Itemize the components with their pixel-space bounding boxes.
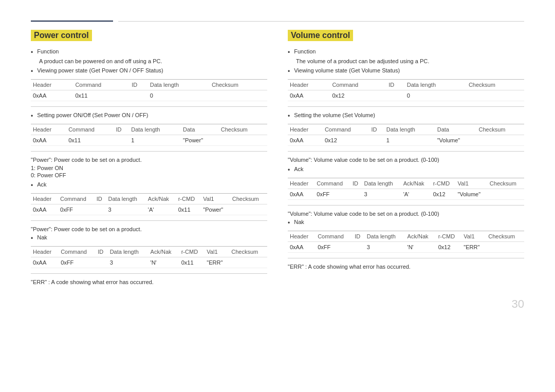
vol-td-header4: 0xAA bbox=[288, 242, 316, 253]
td-id3 bbox=[95, 204, 106, 215]
vol-th-command: Command bbox=[330, 80, 386, 90]
td-checksum2 bbox=[219, 135, 267, 146]
th-checksum4: Checksum bbox=[229, 247, 267, 257]
vol-td-rcmd3: 0x12 bbox=[431, 189, 456, 200]
td-header: 0xAA bbox=[31, 90, 73, 101]
vol-th-id2: ID bbox=[369, 124, 384, 135]
bullet-icon: • bbox=[31, 49, 33, 56]
power-set-table-container: Header Command ID Data length Data Check… bbox=[31, 124, 267, 146]
td-ack-nak3: 'A' bbox=[146, 204, 176, 215]
vol-table-header-row4: Header Command ID Data length Ack/Nak r-… bbox=[288, 231, 524, 242]
th-val14: Val1 bbox=[205, 247, 229, 257]
divider4 bbox=[31, 273, 267, 274]
table-row: 0xAA 0x11 0 bbox=[31, 90, 267, 101]
vol-bullet-icon3: • bbox=[288, 113, 290, 120]
th-command4: Command bbox=[59, 247, 96, 257]
vol-bullet-icon2: • bbox=[288, 68, 290, 75]
td-command: 0x11 bbox=[73, 90, 130, 101]
vol-td-data-length2: 1 bbox=[384, 135, 435, 146]
vol-divider2 bbox=[288, 151, 524, 152]
vol-td-data2: "Volume" bbox=[435, 135, 477, 146]
vol-td-command2: 0x12 bbox=[323, 135, 369, 146]
th-data2: Data bbox=[181, 124, 219, 135]
th-data-length3: Data length bbox=[106, 194, 146, 204]
vol-th-checksum3: Checksum bbox=[488, 178, 524, 189]
power-nak-table: Header Command ID Data length Ack/Nak r-… bbox=[31, 247, 267, 268]
td-checksum3 bbox=[230, 204, 267, 215]
volume-view-table-container: Header Command ID Data length Checksum 0… bbox=[288, 79, 524, 101]
vol-td-checksum4 bbox=[486, 242, 524, 253]
th-data-length4: Data length bbox=[108, 247, 149, 257]
th-ack-nak4: Ack/Nak bbox=[149, 247, 179, 257]
vol-td-checksum3 bbox=[488, 189, 524, 200]
table-row3: 0xAA 0xFF 3 'A' 0x11 "Power" bbox=[31, 204, 267, 215]
power-err-note: "ERR" : A code showing what error has oc… bbox=[31, 279, 267, 285]
volume-view-table: Header Command ID Data length Checksum 0… bbox=[288, 80, 524, 101]
vol-th-id4: ID bbox=[353, 231, 364, 242]
vol-td-command4: 0xFF bbox=[316, 242, 353, 253]
vol-th-val14: Val1 bbox=[461, 231, 486, 242]
td-ack-nak4: 'N' bbox=[149, 257, 179, 268]
bullet-icon5: • bbox=[31, 235, 33, 242]
vol-td-rcmd4: 0x12 bbox=[436, 242, 462, 253]
vol-th-ack-nak3: Ack/Nak bbox=[401, 178, 431, 189]
vol-td-id4 bbox=[353, 242, 364, 253]
table-row2: 0xAA 0x11 1 "Power" bbox=[31, 135, 267, 146]
header-rule-line bbox=[118, 21, 524, 22]
vol-td-id3 bbox=[350, 189, 362, 200]
vol-function-label: Function bbox=[294, 48, 316, 54]
vol-table-row4: 0xAA 0xFF 3 'N' 0x12 "ERR" bbox=[288, 242, 524, 253]
vol-th-checksum2: Checksum bbox=[477, 124, 524, 135]
vol-bullet-icon5: • bbox=[288, 219, 290, 227]
td-data-length: 0 bbox=[148, 90, 210, 101]
nak-label: Nak bbox=[37, 234, 47, 240]
td-header2: 0xAA bbox=[31, 135, 66, 146]
vol-th-data-length2: Data length bbox=[384, 124, 435, 135]
vol-table-row: 0xAA 0x12 0 bbox=[288, 90, 524, 101]
th-header2: Header bbox=[31, 124, 66, 135]
vol-th-checksum4: Checksum bbox=[486, 231, 524, 242]
viewing-bullet: • Viewing power state (Get Power ON / OF… bbox=[31, 67, 267, 75]
vol-divider3 bbox=[288, 205, 524, 206]
vol-th-rcmd4: r-CMD bbox=[436, 231, 462, 242]
vol-table-row3: 0xAA 0xFF 3 'A' 0x12 "Volume" bbox=[288, 189, 524, 200]
th-command3: Command bbox=[58, 194, 95, 204]
power-control-section: Power control • Function A product can b… bbox=[31, 30, 267, 287]
vol-note2: "Volume": Volume value code to be set on… bbox=[288, 211, 524, 217]
vol-th-header2: Header bbox=[288, 124, 323, 135]
list-power-off: 0: Power OFF bbox=[31, 172, 267, 178]
vol-td-data-length3: 3 bbox=[362, 189, 401, 200]
vol-th-checksum: Checksum bbox=[467, 80, 524, 90]
th-header3: Header bbox=[31, 194, 58, 204]
td-id2 bbox=[114, 135, 129, 146]
ack-label: Ack bbox=[37, 181, 46, 188]
vol-th-command3: Command bbox=[314, 178, 350, 189]
td-rcmd4: 0x11 bbox=[179, 257, 205, 268]
td-command4: 0xFF bbox=[59, 257, 96, 268]
power-note2: "Power": Power code to be set on a produ… bbox=[31, 226, 267, 232]
td-id4 bbox=[96, 257, 107, 268]
td-id bbox=[130, 90, 148, 101]
td-val14: "ERR" bbox=[205, 257, 229, 268]
th-rcmd3: r-CMD bbox=[176, 194, 201, 204]
th-data-length2: Data length bbox=[129, 124, 181, 135]
vol-td-val14: "ERR" bbox=[461, 242, 486, 253]
header-rule bbox=[31, 21, 524, 22]
page-container: Power control • Function A product can b… bbox=[31, 30, 524, 287]
vol-ack-label: Ack bbox=[294, 166, 303, 172]
vol-th-command4: Command bbox=[316, 231, 353, 242]
power-nak-table-container: Header Command ID Data length Ack/Nak r-… bbox=[31, 246, 267, 268]
bullet-icon3: • bbox=[31, 113, 33, 120]
vol-function-bullet: • Function bbox=[288, 48, 524, 56]
th-checksum2: Checksum bbox=[219, 124, 267, 135]
vol-th-header4: Header bbox=[288, 231, 316, 242]
header-rule-accent bbox=[31, 21, 113, 22]
power-ack-table-container: Header Command ID Data length Ack/Nak r-… bbox=[31, 193, 267, 215]
td-command3: 0xFF bbox=[58, 204, 95, 215]
th-id2: ID bbox=[114, 124, 129, 135]
divider1 bbox=[31, 106, 267, 107]
th-checksum: Checksum bbox=[210, 80, 267, 90]
table-header-row: Header Command ID Data length Checksum bbox=[31, 80, 267, 90]
table-header-row3: Header Command ID Data length Ack/Nak r-… bbox=[31, 194, 267, 204]
vol-td-header: 0xAA bbox=[288, 90, 330, 101]
